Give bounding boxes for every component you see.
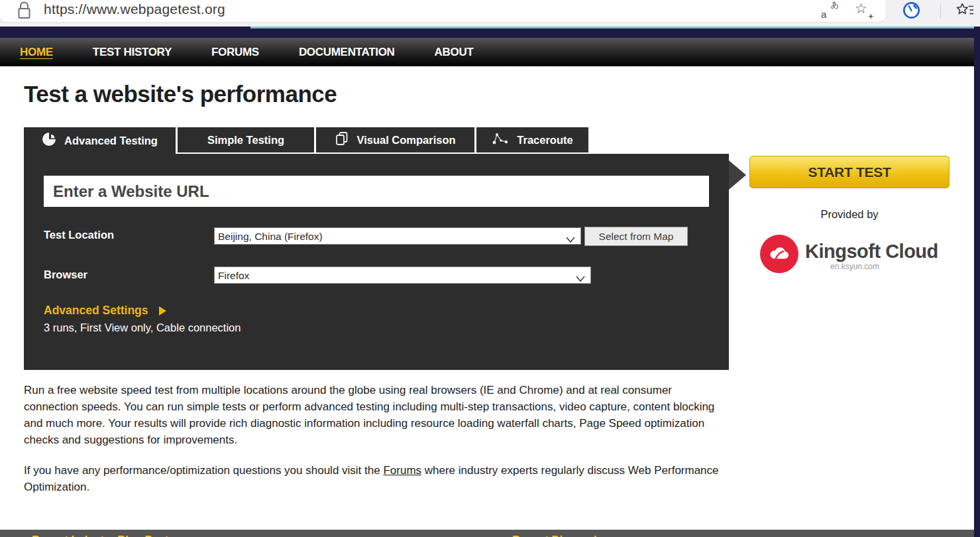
address-bar[interactable]: https://www.webpagetest.org あ a ☆+: [0, 0, 886, 22]
intro-paragraph: Run a free website speed test from multi…: [24, 382, 728, 448]
teal-accent-line: [250, 27, 974, 29]
forums-link[interactable]: Forums: [383, 464, 421, 477]
nav-item-home[interactable]: HOME: [20, 46, 53, 59]
select-from-map-button[interactable]: Select from Map: [584, 227, 688, 246]
paragraph-text: If you have any performance/optimization…: [24, 464, 383, 477]
add-favorite-icon[interactable]: ☆+: [853, 1, 873, 21]
address-url[interactable]: https://www.webpagetest.org: [44, 1, 225, 17]
nav-item-about[interactable]: ABOUT: [435, 46, 474, 59]
pages-icon: [335, 131, 349, 149]
lock-icon[interactable]: [17, 1, 31, 23]
triangle-right-icon: [159, 306, 166, 316]
browser-toolbar: https://www.webpagetest.org あ a ☆+: [0, 0, 980, 27]
tab-visual-comparison[interactable]: Visual Comparison: [316, 127, 474, 154]
test-type-tabs: Advanced Testing Simple Testing Visual C…: [24, 127, 590, 154]
tab-label: Simple Testing: [207, 134, 284, 147]
advanced-settings-toggle[interactable]: Advanced Settings: [44, 304, 166, 318]
panel-arrow-pointer: [729, 160, 746, 190]
website-url-input[interactable]: [44, 176, 709, 207]
test-form-panel: Test Location Beijing, China (Firefox) S…: [24, 154, 729, 370]
provided-by-text: Provided by: [749, 208, 950, 221]
tab-advanced-testing[interactable]: Advanced Testing: [24, 127, 176, 154]
tab-label: Visual Comparison: [356, 134, 455, 147]
test-location-select[interactable]: Beijing, China (Firefox): [215, 228, 580, 244]
nav-item-documentation[interactable]: DOCUMENTATION: [299, 46, 395, 59]
tab-traceroute[interactable]: Traceroute: [476, 127, 588, 154]
settings-summary: 3 runs, First View only, Cable connectio…: [44, 322, 241, 334]
browser-select[interactable]: Firefox: [215, 267, 590, 283]
toolbar-divider: [940, 4, 941, 19]
translate-icon[interactable]: あ a: [819, 0, 840, 20]
tab-label: Traceroute: [517, 134, 572, 147]
right-edge-strip: [974, 27, 980, 537]
extension-gauge-icon[interactable]: [902, 1, 920, 19]
start-test-button[interactable]: START TEST: [749, 156, 950, 188]
page-title: Test a website's performance: [24, 81, 337, 107]
browser-label: Browser: [44, 268, 87, 281]
sponsor-name: Kingsoft Cloud: [805, 241, 938, 263]
nav-item-test-history[interactable]: TEST HISTORY: [93, 46, 172, 59]
recent-blog-posts-heading: Recent Industry Blog Posts: [32, 534, 174, 537]
route-icon: [492, 132, 509, 148]
pie-gauge-icon: [42, 132, 56, 149]
tab-simple-testing[interactable]: Simple Testing: [178, 127, 314, 154]
sponsor-domain: en.ksyun.com: [830, 262, 879, 271]
test-location-label: Test Location: [44, 229, 114, 241]
site-nav: HOME TEST HISTORY FORUMS DOCUMENTATION A…: [0, 38, 974, 66]
recent-discussions-heading: Recent Discussions: [512, 534, 616, 537]
browser-select-wrap: Firefox: [214, 267, 591, 284]
footer-section-sliver: Recent Industry Blog Posts Recent Discus…: [0, 530, 974, 537]
forums-paragraph: If you have any performance/optimization…: [24, 462, 728, 495]
nav-item-forums[interactable]: FORUMS: [211, 46, 259, 59]
tab-label: Advanced Testing: [64, 135, 158, 147]
cloud-logo-icon: [760, 235, 798, 273]
test-location-select-wrap: Beijing, China (Firefox): [214, 227, 581, 245]
sponsor-logo[interactable]: Kingsoft Cloud en.ksyun.com: [749, 233, 950, 274]
favorites-list-icon[interactable]: [955, 1, 974, 20]
advanced-settings-label: Advanced Settings: [44, 304, 148, 318]
